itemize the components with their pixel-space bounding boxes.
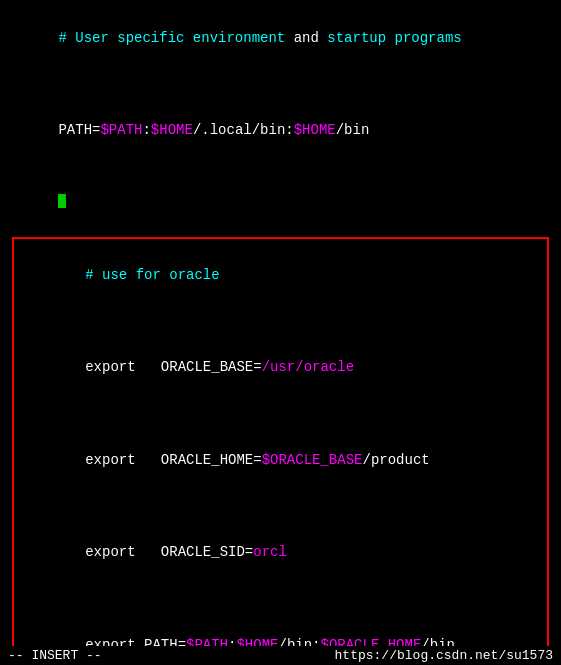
url-label: https://blog.csdn.net/su1573 xyxy=(335,648,553,663)
line-blank-b xyxy=(18,403,543,426)
status-bar: -- INSERT -- https://blog.csdn.net/su157… xyxy=(0,646,561,665)
selected-region: # use for oracle export ORACLE_BASE=/usr… xyxy=(12,237,549,665)
line-blank-c xyxy=(18,495,543,518)
line-cursor xyxy=(8,166,553,235)
line-blank-a xyxy=(18,310,543,333)
cursor-block xyxy=(58,194,66,208)
line-2 xyxy=(8,73,553,96)
line-oracle-base: export ORACLE_BASE=/usr/oracle xyxy=(18,333,543,402)
line-oracle-sid: export ORACLE_SID=orcl xyxy=(18,518,543,587)
line-use-oracle: # use for oracle xyxy=(18,241,543,310)
insert-mode-label: -- INSERT -- xyxy=(8,648,102,663)
comment-text: # User specific environment and startup … xyxy=(58,30,461,46)
line-oracle-home: export ORACLE_HOME=$ORACLE_BASE/product xyxy=(18,426,543,495)
line-1: # User specific environment and startup … xyxy=(8,4,553,73)
line-3: PATH=$PATH:$HOME/.local/bin:$HOME/bin xyxy=(8,96,553,165)
code-content: # User specific environment and startup … xyxy=(0,4,561,665)
editor: # User specific environment and startup … xyxy=(0,0,561,665)
oracle-comment: # use for oracle xyxy=(85,267,219,283)
line-blank-d xyxy=(18,587,543,610)
